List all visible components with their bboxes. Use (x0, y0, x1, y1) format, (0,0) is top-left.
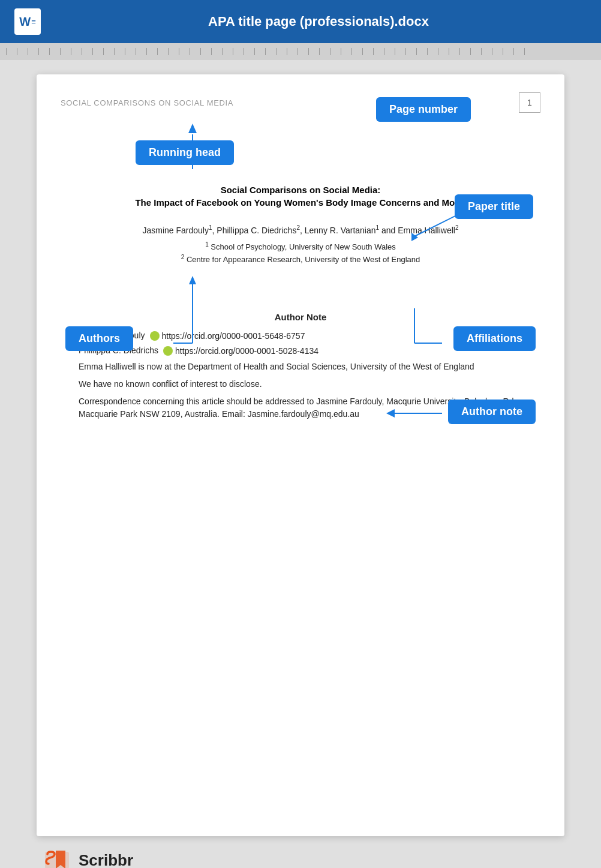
page-number-badge: Page number (376, 97, 471, 122)
author-note-orcid-1: https://orcid.org/0000-0001-5648-6757 (162, 331, 305, 341)
paper-title-badge: Paper title (455, 194, 533, 219)
affiliation-1: 1 School of Psychology, University of Ne… (61, 241, 540, 251)
author-note-title: Author Note (79, 312, 522, 322)
author-note-para-3: Emma Halliwell is now at the Department … (79, 361, 522, 373)
title-bar: W≡ APA title page (professionals).docx (0, 0, 601, 43)
affiliations-section: 1 School of Psychology, University of Ne… (61, 241, 540, 265)
author-note-para-4: We have no known conflict of interest to… (79, 378, 522, 391)
scribbr-logo-icon (43, 847, 71, 868)
scribbr-brand: Scribbr (79, 851, 133, 869)
document-page: SOCIAL COMPARISONS ON SOCIAL MEDIA 1 Run… (37, 74, 564, 836)
page-number-box: 1 (519, 92, 540, 113)
authors-badge: Authors (65, 326, 133, 351)
svg-marker-7 (189, 276, 196, 284)
orcid-icon-2 (163, 346, 173, 356)
authors-section: Jasmine Fardouly1, Phillippa C. Diedrich… (61, 224, 540, 235)
author-note-orcid-2: https://orcid.org/0000-0001-5028-4134 (175, 346, 318, 356)
author-note-badge: Author note (448, 400, 536, 424)
svg-marker-1 (188, 124, 197, 133)
scribbr-footer: Scribbr (37, 847, 564, 868)
orcid-icon-1 (150, 331, 160, 341)
affiliations-badge: Affiliations (453, 326, 536, 351)
affiliation-2: 2 Centre for Appearance Research, Univer… (61, 254, 540, 264)
word-icon: W≡ (14, 8, 41, 35)
ruler (0, 43, 601, 60)
author-list: Jasmine Fardouly1, Phillippa C. Diedrich… (142, 226, 458, 235)
running-head-text: SOCIAL COMPARISONS ON SOCIAL MEDIA (61, 98, 233, 107)
doc-content: SOCIAL COMPARISONS ON SOCIAL MEDIA 1 Run… (61, 92, 540, 752)
document-title: APA title page (professionals).docx (50, 14, 587, 29)
running-head-badge: Running head (136, 140, 234, 165)
paper-title-line1: Social Comparisons on Social Media: (61, 185, 540, 195)
